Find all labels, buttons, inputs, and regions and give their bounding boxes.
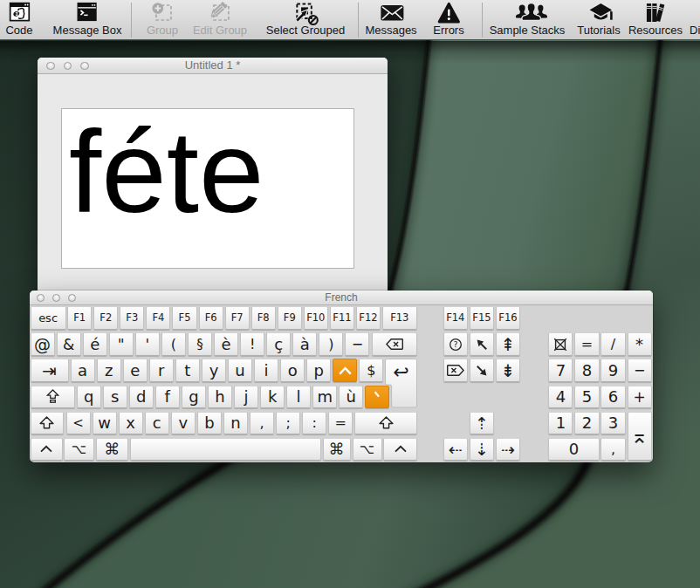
key-f15[interactable]: F15 [470, 306, 494, 329]
key-eacute[interactable]: é [83, 332, 107, 355]
toolbar-item-code[interactable]: Code [5, 2, 32, 38]
key-num-plus[interactable]: + [628, 386, 652, 408]
minimize-button[interactable] [64, 62, 72, 71]
key-x[interactable]: x [119, 412, 143, 434]
key-f1[interactable]: F1 [67, 306, 92, 329]
key-exclam[interactable]: ! [240, 332, 264, 355]
key-f7[interactable]: F7 [225, 306, 250, 329]
key-q[interactable]: q [77, 386, 101, 408]
key-m[interactable]: m [312, 386, 337, 408]
key-p[interactable]: p [306, 359, 331, 381]
document-window-titlebar[interactable]: Untitled 1 * [38, 58, 388, 74]
key-control-left[interactable] [31, 438, 63, 461]
key-command-left[interactable]: ⌘ [96, 438, 128, 461]
key-num-comma[interactable]: , [600, 438, 625, 461]
key-num-multiply[interactable]: * [628, 332, 652, 355]
key-f3[interactable]: F3 [120, 306, 144, 329]
key-minus[interactable]: − [345, 332, 369, 355]
key-at[interactable]: @ [31, 332, 55, 355]
key-num-0[interactable]: 0 [548, 438, 599, 461]
key-u[interactable]: u [228, 359, 252, 381]
key-num-6[interactable]: 6 [600, 386, 625, 408]
key-num-5[interactable]: 5 [574, 386, 599, 408]
toolbar-item-resources[interactable]: Resources [628, 2, 683, 38]
toolbar-item-dictionary[interactable]: Dictionary [690, 2, 700, 38]
key-option-right[interactable]: ⌥ [353, 438, 382, 461]
key-y[interactable]: y [202, 359, 226, 381]
key-semicolon[interactable]: ; [276, 412, 300, 434]
key-f9[interactable]: F9 [278, 306, 302, 329]
key-g[interactable]: g [182, 386, 206, 408]
key-o[interactable]: o [280, 359, 305, 381]
key-num-1[interactable]: 1 [548, 412, 573, 434]
key-paren-left[interactable]: ( [161, 332, 186, 355]
key-f6[interactable]: F6 [199, 306, 223, 329]
key-space[interactable] [130, 438, 322, 461]
key-control-right[interactable] [383, 438, 417, 461]
key-num-2[interactable]: 2 [574, 412, 599, 434]
key-i[interactable]: i [254, 359, 278, 381]
key-backtick[interactable] [365, 386, 389, 408]
key-num-3[interactable]: 3 [600, 412, 625, 434]
key-dollar[interactable]: $ [359, 359, 383, 381]
key-l[interactable]: l [286, 386, 311, 408]
key-option-left[interactable]: ⌥ [64, 438, 94, 461]
key-arrow-left[interactable]: ⇠ [443, 438, 468, 461]
key-f12[interactable]: F12 [356, 306, 381, 329]
key-n[interactable]: n [223, 412, 248, 434]
key-return[interactable]: ↩ [385, 359, 417, 408]
key-section[interactable]: § [188, 332, 212, 355]
key-agrave[interactable]: à [292, 332, 317, 355]
toolbar-item-errors[interactable]: Errors [433, 2, 463, 38]
key-colon[interactable]: : [302, 412, 326, 434]
key-f4[interactable]: F4 [146, 306, 170, 329]
key-a[interactable]: a [71, 359, 95, 381]
key-v[interactable]: v [171, 412, 196, 434]
key-comma[interactable]: , [250, 412, 274, 434]
toolbar-item-message-box[interactable]: Message Box [53, 2, 122, 38]
key-f10[interactable]: F10 [304, 306, 328, 329]
key-shift-right[interactable] [354, 412, 417, 434]
key-t[interactable]: t [175, 359, 200, 381]
key-num-8[interactable]: 8 [574, 359, 599, 381]
key-j[interactable]: j [234, 386, 258, 408]
keyboard-viewer-window[interactable]: French escF1F2F3F4F5F6F7F8F9F10F11F12F13… [30, 291, 653, 462]
key-h[interactable]: h [208, 386, 232, 408]
key-b[interactable]: b [197, 412, 222, 434]
toolbar-item-sample-stacks[interactable]: Sample Stacks [490, 2, 566, 38]
document-window[interactable]: Untitled 1 * féte [38, 58, 388, 291]
key-k[interactable]: k [260, 386, 285, 408]
key-d[interactable]: d [129, 386, 154, 408]
key-w[interactable]: w [93, 412, 117, 434]
key-arrow-up[interactable]: ⇡ [470, 412, 494, 434]
key-z[interactable]: z [97, 359, 121, 381]
key-num-9[interactable]: 9 [600, 359, 625, 381]
toolbar-item-tutorials[interactable]: Tutorials [577, 2, 620, 38]
key-paren-right[interactable]: ) [319, 332, 343, 355]
key-f[interactable]: f [155, 386, 180, 408]
key-f8[interactable]: F8 [251, 306, 276, 329]
key-f2[interactable]: F2 [93, 306, 118, 329]
key-num-divide[interactable]: / [600, 332, 625, 355]
key-ccedilla[interactable]: ç [266, 332, 291, 355]
key-c[interactable]: c [145, 412, 169, 434]
key-help[interactable]: ? [443, 332, 468, 355]
toolbar-item-messages[interactable]: Messages [365, 2, 416, 38]
text-field[interactable]: féte [61, 108, 354, 269]
key-home[interactable] [470, 332, 494, 355]
key-esc[interactable]: esc [31, 306, 66, 329]
key-equals[interactable]: = [328, 412, 353, 434]
key-f13[interactable]: F13 [382, 306, 417, 329]
key-num-7[interactable]: 7 [548, 359, 573, 381]
key-circumflex[interactable] [333, 359, 357, 381]
key-pageup[interactable]: ⇞ [496, 332, 520, 355]
key-apostrophe[interactable]: ' [135, 332, 160, 355]
key-num-4[interactable]: 4 [548, 386, 573, 408]
key-command-right[interactable]: ⌘ [323, 438, 351, 461]
key-f16[interactable]: F16 [496, 306, 520, 329]
key-ampersand[interactable]: & [57, 332, 81, 355]
key-num-enter[interactable]: ⌅ [628, 412, 652, 461]
key-backspace[interactable] [372, 332, 417, 355]
key-r[interactable]: r [149, 359, 174, 381]
key-f14[interactable]: F14 [443, 306, 468, 329]
